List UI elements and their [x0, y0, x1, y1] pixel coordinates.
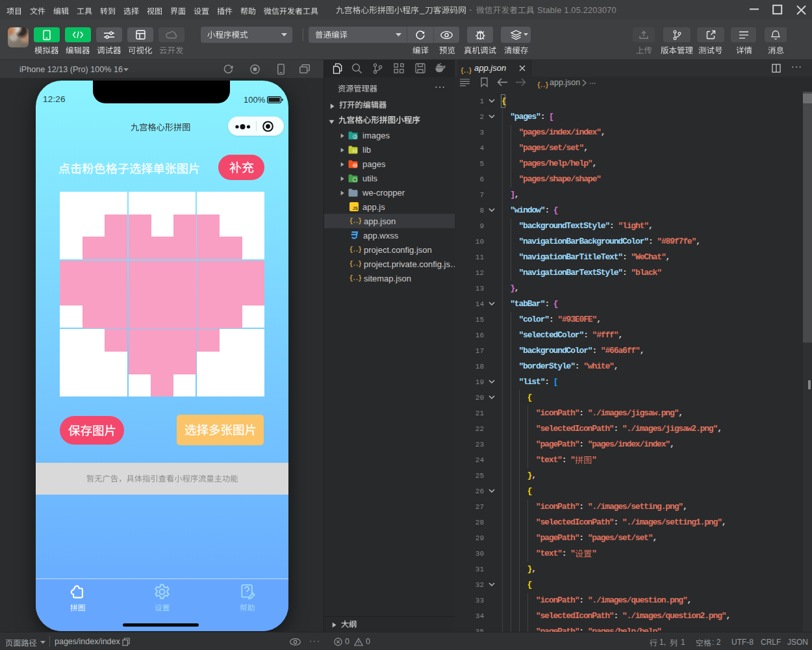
svg-text:JS: JS [353, 206, 359, 211]
